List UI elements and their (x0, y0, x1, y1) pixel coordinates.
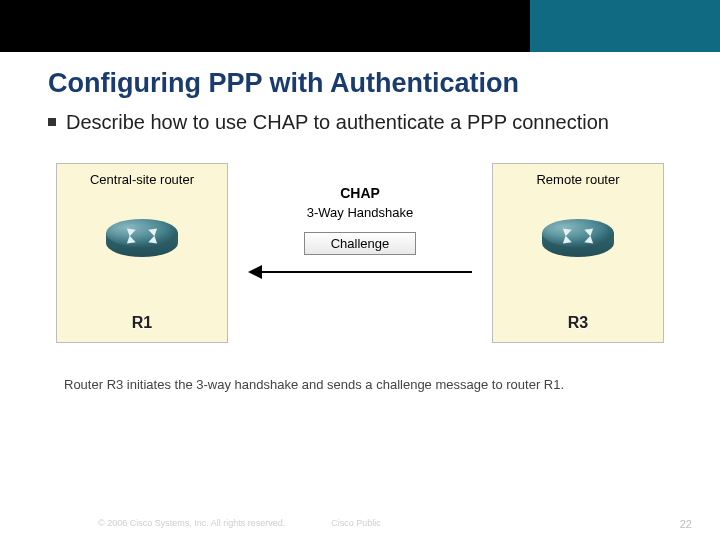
slide-footer: © 2006 Cisco Systems, Inc. All rights re… (0, 518, 720, 528)
left-panel-label: Central-site router (57, 164, 227, 197)
bullet-text: Describe how to use CHAP to authenticate… (66, 109, 609, 135)
bullet-item: Describe how to use CHAP to authenticate… (0, 109, 720, 135)
diagram-container: Central-site router R1 CHAP 3-Way Handsh… (56, 163, 664, 410)
arrow-left-icon (248, 265, 472, 279)
left-router-name: R1 (57, 314, 227, 332)
footer-page-number: 22 (680, 518, 692, 530)
left-panel: Central-site router R1 (56, 163, 228, 343)
footer-copyright: © 2006 Cisco Systems, Inc. All rights re… (98, 518, 285, 528)
handshake-label: 3-Way Handshake (228, 201, 492, 220)
diagram-panels: Central-site router R1 CHAP 3-Way Handsh… (56, 163, 664, 343)
footer-classification: Cisco Public (331, 518, 381, 528)
right-panel: Remote router R3 (492, 163, 664, 343)
right-router-name: R3 (493, 314, 663, 332)
right-panel-label: Remote router (493, 164, 663, 197)
slide-title: Configuring PPP with Authentication (0, 52, 720, 109)
protocol-name: CHAP (228, 163, 492, 201)
top-bar-accent (530, 0, 720, 52)
center-column: CHAP 3-Way Handshake Challenge (228, 163, 492, 343)
router-icon (106, 219, 178, 259)
router-icon (542, 219, 614, 259)
challenge-step-box: Challenge (304, 232, 417, 255)
diagram-caption: Router R3 initiates the 3-way handshake … (56, 343, 664, 410)
slide-top-bar (0, 0, 720, 52)
bullet-square-icon (48, 118, 56, 126)
